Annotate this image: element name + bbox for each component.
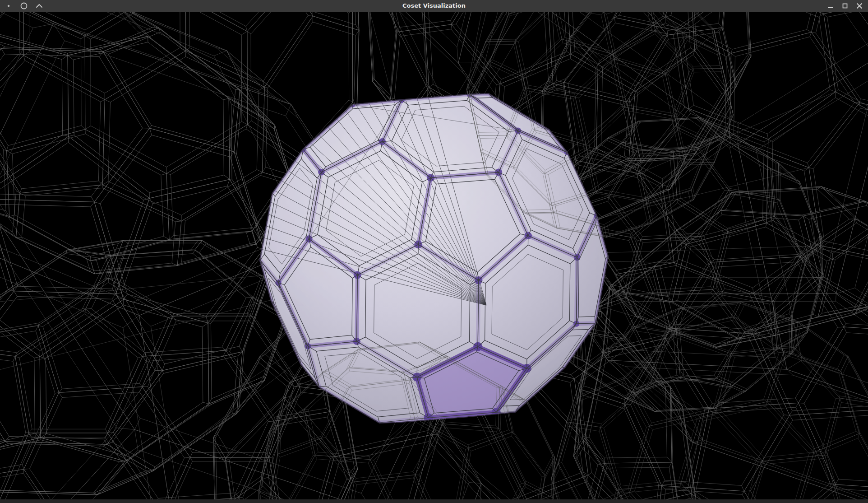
- window-bottom-border: [0, 499, 868, 503]
- titlebar[interactable]: Coset Visualization: [0, 0, 868, 12]
- circle-icon[interactable]: [19, 1, 29, 11]
- dot-icon[interactable]: [4, 1, 14, 11]
- coset-scene-canvas[interactable]: [0, 12, 868, 499]
- close-button[interactable]: [854, 1, 864, 11]
- window-title: Coset Visualization: [0, 0, 868, 12]
- titlebar-left-icons: [4, 0, 44, 12]
- chevron-up-icon[interactable]: [34, 1, 44, 11]
- minimize-button[interactable]: [826, 1, 836, 11]
- app-window: Coset Visualization: [0, 0, 868, 503]
- viewport-3d[interactable]: [0, 12, 868, 499]
- maximize-button[interactable]: [840, 1, 850, 11]
- window-controls: [826, 0, 864, 12]
